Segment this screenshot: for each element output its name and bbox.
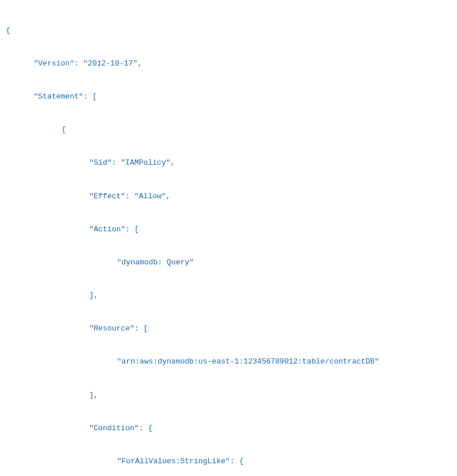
code-line: "arn:aws:dynamodb:us-east-1:123456789012…	[6, 354, 451, 370]
code-line: "ForAllValues:StringLike": {	[6, 453, 451, 470]
code-line: "Statement": [	[6, 89, 451, 106]
code-line: "Effect": "Allow",	[6, 188, 451, 205]
code-line: {	[6, 122, 451, 139]
code-line: "Condition": {	[6, 420, 451, 437]
code-line: {	[6, 23, 451, 39]
code-line: ],	[6, 288, 451, 304]
code-line: "dynamodb: Query"	[6, 255, 451, 271]
code-line: "Action": [	[6, 221, 451, 238]
code-line: "Resource": [	[6, 321, 451, 337]
code-line: "Version": "2012-10-17",	[6, 56, 451, 72]
code-line: ],	[6, 387, 451, 404]
iam-policy-code-block: { "Version": "2012-10-17", "Statement": …	[6, 6, 451, 476]
code-line: "Sid": "IAMPolicy",	[6, 155, 451, 172]
